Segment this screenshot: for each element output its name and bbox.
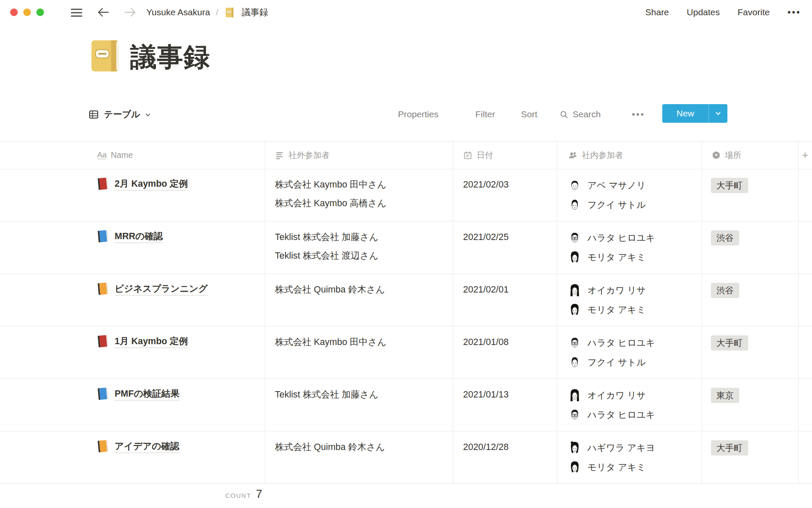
name-cell[interactable]: 1月 Kaymbo 定例	[96, 334, 188, 348]
person-entry: ハラタ ヒロユキ	[568, 229, 655, 246]
external-participants-cell[interactable]: Teklist 株式会社 加藤さん Teklist 株式会社 渡辺さん	[275, 231, 379, 268]
column-label: 場所	[725, 149, 741, 161]
back-arrow-icon[interactable]	[96, 6, 110, 19]
internal-participants-cell[interactable]: アベ マサノリ フクイ サトル	[568, 177, 646, 216]
column-header-location[interactable]: 場所	[712, 141, 741, 169]
date-cell[interactable]: 2021/01/13	[463, 389, 509, 400]
add-column-button[interactable]: +	[802, 141, 808, 169]
topbar-actions: Share Updates Favorite •••	[645, 0, 801, 25]
location-tag: 大手町	[711, 178, 748, 193]
person-name: モリタ アキミ	[587, 461, 646, 473]
filter-button[interactable]: Filter	[475, 109, 495, 119]
person-entry: アベ マサノリ	[568, 177, 646, 193]
column-label: 社内参加者	[582, 149, 623, 161]
name-cell[interactable]: MRRの確認	[96, 229, 163, 243]
table-header: Aa Name 社外参加者 日付 社内参加者 場所 +	[0, 141, 812, 169]
properties-button[interactable]: Properties	[398, 109, 439, 119]
new-dropdown-chevron-icon[interactable]	[709, 110, 727, 117]
location-cell[interactable]: 渋谷	[711, 230, 739, 246]
sort-button[interactable]: Sort	[521, 109, 538, 119]
new-button[interactable]: New	[662, 104, 727, 123]
date-cell[interactable]: 2021/02/25	[463, 232, 509, 243]
location-cell[interactable]: 大手町	[711, 440, 748, 456]
person-entry: フクイ サトル	[568, 196, 646, 213]
breadcrumb-page[interactable]: 議事録	[241, 6, 268, 18]
select-icon	[712, 151, 721, 160]
column-header-date[interactable]: 日付	[463, 141, 493, 169]
count-footer[interactable]: COUNT 7	[156, 488, 262, 501]
location-cell[interactable]: 大手町	[711, 178, 748, 193]
name-cell[interactable]: ビジネスプランニング	[96, 281, 208, 295]
favorite-button[interactable]: Favorite	[738, 7, 770, 17]
location-tag: 東京	[711, 388, 739, 403]
forward-arrow-icon[interactable]	[123, 6, 137, 19]
internal-participants-cell[interactable]: オイカワ リサ モリタ アキミ	[568, 282, 646, 321]
date-cell[interactable]: 2021/01/08	[463, 337, 509, 348]
person-entry: オイカワ リサ	[568, 282, 646, 298]
internal-participants-cell[interactable]: ハラタ ヒロユキ フクイ サトル	[568, 334, 655, 373]
location-tag: 渋谷	[711, 230, 739, 246]
table-view-icon	[88, 109, 99, 120]
page-link[interactable]: アイデアの確認	[115, 440, 179, 453]
traffic-light-close[interactable]	[10, 8, 18, 16]
updates-button[interactable]: Updates	[687, 7, 720, 17]
location-cell[interactable]: 大手町	[711, 335, 748, 351]
location-cell[interactable]: 東京	[711, 388, 739, 403]
search-label: Search	[573, 109, 601, 119]
internal-participants-cell[interactable]: オイカワ リサ ハラタ ヒロユキ	[568, 387, 655, 426]
traffic-light-minimize[interactable]	[23, 8, 31, 16]
person-icon	[568, 150, 578, 160]
share-button[interactable]: Share	[645, 7, 669, 17]
man-glasses-avatar	[568, 230, 582, 245]
person-entry: オイカワ リサ	[568, 387, 655, 403]
page-link[interactable]: MRRの確認	[115, 230, 163, 243]
date-cell[interactable]: 2021/02/03	[463, 179, 509, 190]
person-name: モリタ アキミ	[587, 304, 646, 316]
person-entry: ハラタ ヒロユキ	[568, 334, 655, 351]
person-name: オイカワ リサ	[587, 284, 646, 296]
location-tag: 大手町	[711, 335, 748, 351]
external-participants-cell[interactable]: 株式会社 Quimba 鈴木さん	[275, 284, 385, 302]
internal-participants-cell[interactable]: ハラタ ヒロユキ モリタ アキミ	[568, 229, 655, 268]
search-icon	[559, 110, 569, 119]
page-icon[interactable]	[86, 37, 123, 75]
count-value: 7	[256, 488, 262, 501]
name-cell[interactable]: PMFの検証結果	[96, 386, 179, 400]
new-button-label[interactable]: New	[662, 108, 708, 119]
orange-book-icon	[96, 282, 110, 296]
blue-book-icon	[96, 229, 110, 243]
table-row: ビジネスプランニング 株式会社 Quimba 鈴木さん 2021/02/01 オ…	[0, 273, 812, 326]
more-options-icon[interactable]: •••	[787, 8, 801, 17]
person-name: ハラタ ヒロユキ	[587, 409, 655, 421]
page-link[interactable]: 2月 Kaymbo 定例	[115, 177, 188, 190]
internal-participants-cell[interactable]: ハギワラ アキヨ モリタ アキミ	[568, 439, 655, 478]
external-participants-cell[interactable]: 株式会社 Kaymbo 田中さん 株式会社 Kaymbo 高橋さん	[275, 179, 387, 216]
chevron-down-icon	[145, 110, 151, 118]
name-cell[interactable]: 2月 Kaymbo 定例	[96, 176, 188, 190]
page-link[interactable]: ビジネスプランニング	[115, 282, 208, 295]
page-link[interactable]: PMFの検証結果	[115, 387, 179, 400]
external-participants-cell[interactable]: 株式会社 Kaymbo 田中さん	[275, 336, 387, 355]
external-participant: 株式会社 Kaymbo 田中さん	[275, 336, 387, 348]
column-header-internal[interactable]: 社内参加者	[568, 141, 623, 169]
person-entry: ハラタ ヒロユキ	[568, 406, 655, 422]
table-row: アイデアの確認 株式会社 Quimba 鈴木さん 2020/12/28 ハギワラ…	[0, 431, 812, 484]
location-cell[interactable]: 渋谷	[711, 283, 739, 298]
external-participants-cell[interactable]: Teklist 株式会社 加藤さん	[275, 389, 379, 407]
external-participants-cell[interactable]: 株式会社 Quimba 鈴木さん	[275, 441, 385, 460]
column-header-external[interactable]: 社外参加者	[275, 141, 330, 169]
search-button[interactable]: Search	[559, 105, 601, 124]
person-entry: ハギワラ アキヨ	[568, 439, 655, 456]
woman-bob-avatar	[568, 302, 582, 317]
view-selector[interactable]: テーブル	[88, 105, 151, 124]
sidebar-menu-icon[interactable]	[70, 7, 83, 18]
breadcrumb-user[interactable]: Yusuke Asakura	[146, 7, 210, 17]
date-cell[interactable]: 2020/12/28	[463, 442, 509, 453]
date-cell[interactable]: 2021/02/01	[463, 284, 509, 295]
page-title[interactable]: 議事録	[130, 39, 210, 75]
name-cell[interactable]: アイデアの確認	[96, 439, 179, 453]
column-header-name[interactable]: Aa Name	[97, 141, 133, 169]
view-more-icon[interactable]: •••	[632, 110, 645, 119]
page-link[interactable]: 1月 Kaymbo 定例	[115, 335, 188, 348]
traffic-light-zoom[interactable]	[36, 8, 44, 16]
